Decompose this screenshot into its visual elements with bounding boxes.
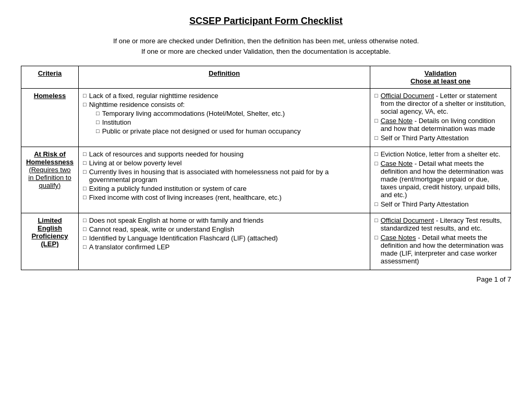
validation-cell-0: □Official Document - Letter or statement…	[370, 89, 511, 147]
definition-cell-1: □Lack of resources and supports needed f…	[79, 147, 370, 213]
definition-cell-0: □Lack of a fixed, regular nighttime resi…	[79, 89, 370, 147]
page-footer: Page 1 of 7	[21, 275, 511, 283]
checklist-table: Criteria Definition Validation Chose at …	[21, 66, 511, 270]
validation-cell-2: □Official Document - Literacy Test resul…	[370, 213, 511, 270]
criteria-header: Criteria	[21, 66, 79, 89]
validation-cell-1: □Eviction Notice, letter from a shelter …	[370, 147, 511, 213]
validation-header: Validation Chose at least one	[370, 66, 511, 89]
definition-cell-2: □Does not speak English at home or with …	[79, 213, 370, 270]
definition-header: Definition	[79, 66, 370, 89]
page-title: SCSEP Participant Form Checklist	[21, 16, 511, 27]
criteria-cell-0: Homeless	[21, 89, 79, 147]
criteria-cell-1: At Risk of Homelessness(Requires two in …	[21, 147, 79, 213]
criteria-cell-2: Limited English Proficiency (LEP)	[21, 213, 79, 270]
instructions: If one or more are checked under Definit…	[21, 36, 511, 56]
